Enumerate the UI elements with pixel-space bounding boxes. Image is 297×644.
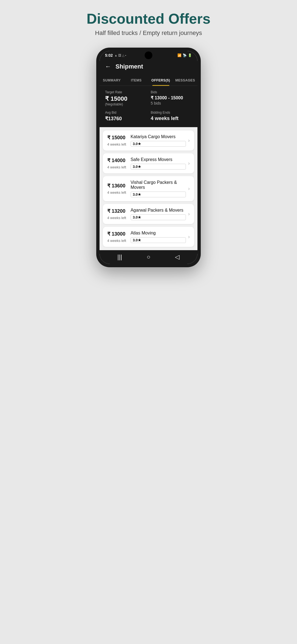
- offer-weeks: 4 weeks left: [107, 142, 126, 146]
- page-header: Discounted Offers Half filled trucks / E…: [74, 11, 223, 37]
- offer-card[interactable]: ₹ 14000 4 weeks left Safe Express Movers…: [103, 153, 194, 173]
- offers-list: ₹ 15000 4 weeks left Katariya Cargo Move…: [100, 127, 197, 250]
- offer-center: Safe Express Movers 3.0★: [126, 157, 186, 170]
- menu-nav-button[interactable]: |||: [117, 253, 122, 261]
- offer-center: Katariya Cargo Movers 3.0★: [126, 134, 186, 147]
- bidding-ends-label: Bidding Ends: [151, 111, 192, 114]
- target-rate-value: ₹ 15000: [105, 95, 146, 102]
- offer-name: Agarwal Packers & Movers: [131, 208, 186, 213]
- offer-name: Katariya Cargo Movers: [131, 134, 186, 139]
- avg-bid-value: ₹13760: [105, 116, 146, 122]
- offer-price: ₹ 13600: [107, 183, 126, 189]
- back-nav-button[interactable]: ◁: [175, 253, 180, 261]
- offer-card[interactable]: ₹ 15000 4 weeks left Katariya Cargo Move…: [103, 130, 194, 151]
- bids-item: Bids ₹ 13000 - 15000 5 bids: [151, 90, 192, 106]
- offer-card[interactable]: ₹ 13600 4 weeks left Vishal Cargo Packer…: [103, 176, 194, 201]
- offer-weeks: 4 weeks left: [107, 216, 126, 220]
- offer-left: ₹ 13600 4 weeks left: [107, 183, 126, 195]
- bids-label: Bids: [151, 90, 192, 94]
- offer-rating: 3.0★: [131, 164, 186, 170]
- offer-name: Vishal Cargo Packers & Movers: [131, 180, 186, 190]
- target-rate-item: Target Rate ₹ 15000 (Negotiable): [105, 90, 146, 106]
- status-right: 📶 📡 🔋: [177, 53, 192, 57]
- offer-left: ₹ 13200 4 weeks left: [107, 208, 126, 220]
- battery-icon: 🔋: [188, 53, 192, 57]
- chevron-right-icon: ›: [188, 186, 190, 192]
- phone-screen: 5:02 ▲ 🖼 △ • 📶 📡 🔋 ← Shipment SUMMARY IT…: [100, 51, 197, 264]
- offer-center: Agarwal Packers & Movers 3.0★: [126, 208, 186, 220]
- offer-center: Atlas Moving 3.0★: [126, 231, 186, 243]
- offer-weeks: 4 weeks left: [107, 239, 126, 243]
- tab-messages[interactable]: MESSAGES: [173, 75, 197, 86]
- camera-notch: [145, 51, 152, 59]
- phone-frame: 5:02 ▲ 🖼 △ • 📶 📡 🔋 ← Shipment SUMMARY IT…: [96, 48, 201, 267]
- signal-icon: 📡: [183, 53, 187, 57]
- target-rate-label: Target Rate: [105, 90, 146, 94]
- bidding-ends-value: 4 weeks left: [151, 116, 192, 121]
- offer-rating: 3.0★: [131, 141, 186, 147]
- status-time: 5:02: [105, 53, 113, 58]
- offer-left: ₹ 15000 4 weeks left: [107, 135, 126, 146]
- offer-price: ₹ 15000: [107, 135, 126, 141]
- tabs-bar: SUMMARY ITEMS OFFERS(5) MESSAGES: [100, 75, 197, 86]
- avg-bid-label: Avg Bid: [105, 111, 146, 114]
- offer-name: Safe Express Movers: [131, 157, 186, 162]
- back-button[interactable]: ←: [105, 63, 111, 70]
- offer-rating: 3.0★: [131, 214, 186, 220]
- wifi-icon: 📶: [177, 53, 182, 57]
- bids-range: ₹ 13000 - 15000: [151, 95, 192, 100]
- status-left: 5:02 ▲ 🖼 △ •: [105, 53, 126, 58]
- chevron-right-icon: ›: [188, 211, 190, 217]
- offer-card[interactable]: ₹ 13200 4 weeks left Agarwal Packers & M…: [103, 204, 194, 224]
- offer-left: ₹ 13000 4 weeks left: [107, 231, 126, 243]
- offer-price: ₹ 14000: [107, 157, 126, 163]
- offer-price: ₹ 13200: [107, 208, 126, 214]
- offer-center: Vishal Cargo Packers & Movers 3.0★: [126, 180, 186, 197]
- offer-rating: 3.0★: [131, 237, 186, 243]
- tab-summary[interactable]: SUMMARY: [100, 75, 124, 86]
- offer-rating: 3.0★: [131, 192, 186, 197]
- offer-left: ₹ 14000 4 weeks left: [107, 157, 126, 169]
- page-subtitle: Half filled trucks / Empty return journe…: [74, 29, 223, 37]
- bottom-nav: ||| ○ ◁: [100, 250, 197, 264]
- app-header: ← Shipment: [100, 59, 197, 75]
- home-nav-button[interactable]: ○: [147, 253, 150, 261]
- offer-name: Atlas Moving: [131, 231, 186, 236]
- notification-icons: ▲ 🖼 △ •: [114, 54, 126, 57]
- offer-weeks: 4 weeks left: [107, 165, 126, 169]
- offer-price: ₹ 13000: [107, 231, 126, 237]
- offer-weeks: 4 weeks left: [107, 190, 126, 195]
- chevron-right-icon: ›: [188, 138, 190, 143]
- bidding-ends-item: Bidding Ends 4 weeks left: [151, 111, 192, 122]
- app-title: Shipment: [116, 63, 143, 70]
- target-rate-sub: (Negotiable): [105, 102, 146, 106]
- tab-offers[interactable]: OFFERS(5): [148, 75, 173, 86]
- chevron-right-icon: ›: [188, 160, 190, 166]
- summary-panel: Target Rate ₹ 15000 (Negotiable) Bids ₹ …: [100, 86, 197, 127]
- avg-bid-item: Avg Bid ₹13760: [105, 111, 146, 122]
- page-title: Discounted Offers: [74, 11, 223, 27]
- chevron-right-icon: ›: [188, 234, 190, 240]
- offer-card[interactable]: ₹ 13000 4 weeks left Atlas Moving 3.0★ ›: [103, 227, 194, 247]
- tab-items[interactable]: ITEMS: [124, 75, 148, 86]
- bids-count: 5 bids: [151, 101, 192, 105]
